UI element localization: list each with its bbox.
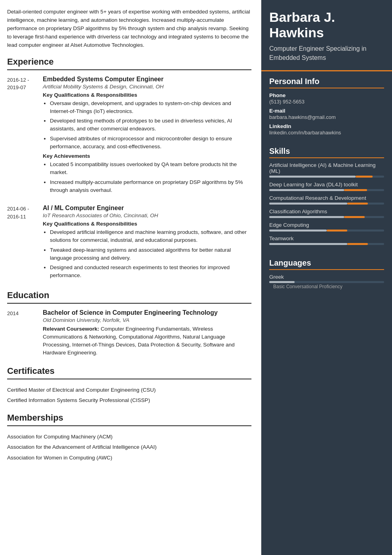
skill-item-4: Edge Computing — [269, 222, 384, 232]
lang-item-0: Greek Basic Conversational Proficiency — [269, 274, 384, 289]
right-column: Barbara J. Hawkins Computer Engineer Spe… — [261, 0, 392, 555]
skill-bar-accent-5 — [347, 243, 368, 245]
skill-name-4: Edge Computing — [269, 222, 384, 228]
list-item: Developed testing methods of prototypes … — [50, 117, 251, 133]
list-item: Oversaw design, development, and upgrade… — [50, 100, 251, 116]
skill-bar-fill-5 — [269, 243, 347, 245]
linkedin-value: linkedin.com/in/barbarahawkins — [269, 130, 384, 136]
degree-1: Bachelor of Science in Computer Engineer… — [43, 309, 251, 316]
memberships-divider — [7, 425, 251, 426]
school-1: Old Dominion University, Norfolk, VA — [43, 317, 251, 323]
skill-item-2: Computational Research & Development — [269, 195, 384, 205]
qualifications-list-1: Oversaw design, development, and upgrade… — [43, 100, 251, 151]
experience-date-2: 2014-06 - 2016-11 — [7, 205, 43, 281]
certificates-list: Certified Master of Electrical and Compu… — [7, 385, 251, 406]
left-column: Detail-oriented computer engineer with 5… — [0, 0, 261, 555]
skill-bar-bg-4 — [269, 230, 384, 232]
languages-title: Languages — [269, 258, 384, 270]
education-content-1: Bachelor of Science in Computer Engineer… — [43, 309, 251, 357]
skill-name-3: Classification Algorithms — [269, 209, 384, 214]
skills-section: Skills Artificial Intelligence (AI) & Ma… — [261, 141, 392, 253]
list-item: Association for Women in Computing (AWC) — [7, 453, 251, 463]
email-label: E-mail — [269, 108, 384, 114]
experience-entry-2: 2014-06 - 2016-11 AI / ML Computer Engin… — [7, 205, 251, 281]
education-entry-1: 2014 Bachelor of Science in Computer Eng… — [7, 309, 251, 357]
list-item: Located 5 incompatibility issues overloo… — [50, 161, 251, 177]
skill-item-3: Classification Algorithms — [269, 209, 384, 218]
skill-item-0: Artificial Intelligence (AI) & Machine L… — [269, 162, 384, 178]
email-value: barbara.hawkins@gmail.com — [269, 114, 384, 120]
skill-bar-accent-0 — [356, 176, 373, 178]
right-header: Barbara J. Hawkins Computer Engineer Spe… — [261, 0, 392, 71]
achievements-list-1: Located 5 incompatibility issues overloo… — [43, 161, 251, 194]
coursework-label: Relevant Coursework: — [43, 326, 99, 332]
list-item: Certified Information Systems Security P… — [7, 395, 251, 406]
education-section-title: Education — [7, 290, 251, 300]
lang-level-0: Basic Conversational Proficiency — [269, 284, 384, 289]
list-item: Increased multiply-accumulate performanc… — [50, 178, 251, 195]
skill-bar-bg-0 — [269, 176, 384, 178]
qualifications-list-2: Developed artificial intelligence and ma… — [43, 228, 251, 280]
skill-bar-bg-2 — [269, 203, 384, 205]
phone-label: Phone — [269, 92, 384, 98]
experience-entry-1: 2016-12 - 2019-07 Embedded Systems Compu… — [7, 76, 251, 196]
personal-info-section: Personal Info Phone (513) 952-5653 E-mai… — [261, 71, 392, 141]
company-2: IoT Research Associates of Ohio, Cincinn… — [43, 212, 251, 218]
skill-bar-bg-5 — [269, 243, 384, 245]
lang-name-0: Greek — [269, 274, 384, 280]
skills-title: Skills — [269, 147, 384, 158]
experience-section-title: Experience — [7, 57, 251, 67]
memberships-list: Association for Computing Machinery (ACM… — [7, 432, 251, 463]
skill-bar-bg-3 — [269, 216, 384, 218]
qualifications-label-1: Key Qualifications & Responsibilities — [43, 92, 251, 98]
achievements-label-1: Key Achievements — [43, 153, 251, 159]
list-item: Developed artificial intelligence and ma… — [50, 228, 251, 245]
certificates-section-title: Certificates — [7, 366, 251, 376]
languages-section: Languages Greek Basic Conversational Pro… — [261, 253, 392, 297]
candidate-name: Barbara J. Hawkins — [269, 10, 384, 40]
memberships-section-title: Memberships — [7, 413, 251, 423]
experience-date-1: 2016-12 - 2019-07 — [7, 76, 43, 196]
skill-bar-accent-4 — [327, 230, 347, 232]
skill-bar-fill-1 — [269, 189, 344, 191]
skill-bar-accent-2 — [347, 203, 368, 205]
qualifications-label-2: Key Qualifications & Responsibilities — [43, 221, 251, 227]
job-title-2: AI / ML Computer Engineer — [43, 205, 251, 212]
skill-bar-fill-4 — [269, 230, 327, 232]
list-item: Tweaked deep-learning systems and associ… — [50, 246, 251, 262]
job-title-1: Embedded Systems Computer Engineer — [43, 76, 251, 83]
certificates-divider — [7, 379, 251, 379]
education-divider — [7, 303, 251, 304]
skill-bar-accent-1 — [344, 189, 367, 191]
skill-bar-fill-0 — [269, 176, 356, 178]
list-item: Association for the Advancement of Artif… — [7, 442, 251, 452]
skill-name-1: Deep Learning for Java (DL4J) toolkit — [269, 182, 384, 188]
skill-bar-fill-3 — [269, 216, 344, 218]
coursework-1: Relevant Coursework: Computer Engineerin… — [43, 325, 251, 357]
summary-text: Detail-oriented computer engineer with 5… — [7, 8, 251, 50]
skill-item-5: Teamwork — [269, 235, 384, 245]
linkedin-label: LinkedIn — [269, 123, 384, 129]
education-date-1: 2014 — [7, 309, 43, 357]
skill-bar-accent-3 — [344, 216, 365, 218]
experience-divider — [7, 69, 251, 70]
company-1: Artificial Mobility Systems & Design, Ci… — [43, 84, 251, 90]
skill-bar-fill-2 — [269, 203, 347, 205]
phone-value: (513) 952-5653 — [269, 99, 384, 105]
skill-bar-bg-1 — [269, 189, 384, 191]
experience-content-2: AI / ML Computer Engineer IoT Research A… — [43, 205, 251, 281]
lang-bar-bg-0 — [269, 281, 384, 283]
skill-name-5: Teamwork — [269, 235, 384, 241]
list-item: Designed and conducted research experime… — [50, 264, 251, 280]
skill-name-0: Artificial Intelligence (AI) & Machine L… — [269, 162, 384, 174]
list-item: Association for Computing Machinery (ACM… — [7, 432, 251, 442]
lang-bar-fill-0 — [269, 281, 295, 283]
skill-item-1: Deep Learning for Java (DL4J) toolkit — [269, 182, 384, 191]
list-item: Certified Master of Electrical and Compu… — [7, 385, 251, 395]
personal-info-title: Personal Info — [269, 77, 384, 88]
candidate-subtitle: Computer Engineer Specializing in Embedd… — [269, 44, 384, 62]
skill-name-2: Computational Research & Development — [269, 195, 384, 201]
list-item: Supervised attributes of microprocessor … — [50, 135, 251, 151]
experience-content-1: Embedded Systems Computer Engineer Artif… — [43, 76, 251, 196]
